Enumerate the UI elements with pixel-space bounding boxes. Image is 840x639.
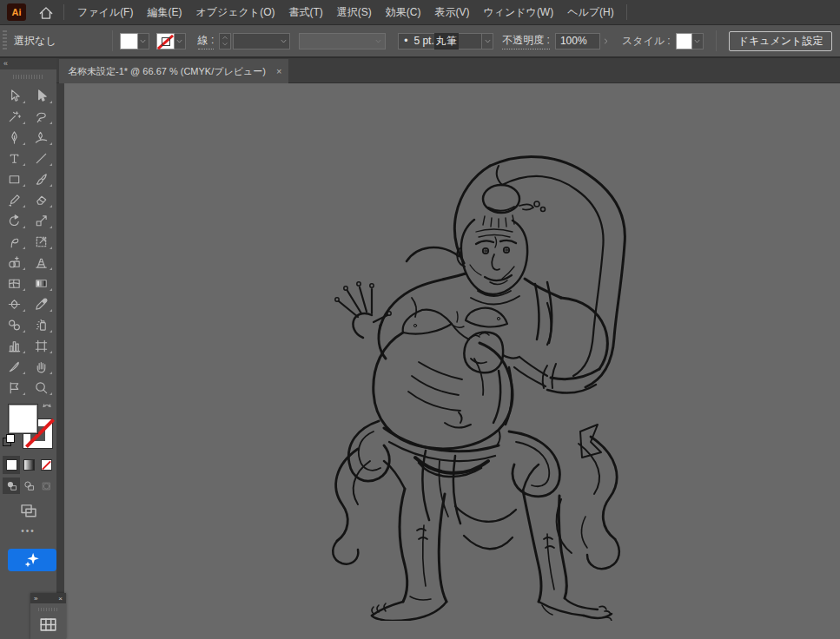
perspective-grid-tool[interactable]	[28, 252, 55, 273]
toolbar-collapse-button[interactable]: «	[0, 58, 56, 69]
panel-expand-icon[interactable]: »	[34, 595, 37, 603]
style-dropdown[interactable]	[692, 33, 704, 49]
app-logo-icon[interactable]: Ai	[7, 3, 26, 21]
divider	[63, 4, 64, 20]
stroke-panel-link[interactable]: 線 :	[198, 33, 215, 49]
menu-file[interactable]: ファイル(F)	[70, 0, 140, 25]
shaper-tool[interactable]	[1, 189, 28, 210]
paintbrush-tool[interactable]	[28, 168, 55, 189]
tab-close-icon[interactable]: ×	[276, 67, 281, 76]
hand-tool[interactable]	[28, 356, 55, 377]
scale-tool[interactable]	[28, 210, 55, 231]
fill-indicator[interactable]	[8, 404, 38, 434]
swap-fill-stroke-icon[interactable]	[41, 401, 53, 412]
edit-toolbar-ellipsis[interactable]: •••	[0, 526, 56, 536]
direct-selection-tool[interactable]	[28, 85, 55, 106]
selection-status: 選択なし	[14, 34, 56, 49]
gradient-tool[interactable]	[28, 273, 55, 293]
magic-wand-tool[interactable]	[1, 106, 28, 127]
eyedropper-tool[interactable]	[28, 293, 55, 314]
slice-tool[interactable]	[1, 377, 28, 398]
menu-type[interactable]: 書式(T)	[281, 0, 329, 25]
shape-builder-tool[interactable]	[1, 252, 28, 273]
artboard-tool[interactable]	[28, 335, 55, 356]
warp-tool[interactable]	[1, 231, 28, 252]
symbol-sprayer-tool[interactable]	[28, 314, 55, 335]
control-bar: 選択なし 線 : • 5 pt. 丸筆 不透明度 : 100% スタイル :	[0, 25, 840, 58]
column-graph-tool[interactable]	[1, 335, 28, 356]
blend-tool[interactable]	[1, 314, 28, 335]
divider	[112, 30, 113, 51]
toolbar: « •••	[0, 58, 56, 639]
gradient-button[interactable]	[20, 456, 37, 474]
color-button[interactable]	[3, 456, 20, 474]
menu-effect[interactable]: 効果(C)	[379, 0, 428, 25]
panel-grip[interactable]	[3, 30, 7, 51]
zoom-tool[interactable]	[28, 377, 55, 398]
brush-value-selected: 丸筆	[434, 33, 459, 49]
stroke-width-combo[interactable]	[233, 33, 290, 49]
type-tool[interactable]	[1, 148, 28, 168]
stroke-color-swatch[interactable]	[156, 33, 175, 49]
draw-normal-icon[interactable]	[3, 478, 20, 494]
menu-select[interactable]: 選択(S)	[330, 0, 379, 25]
toolbar-grip[interactable]	[13, 75, 44, 79]
menu-help[interactable]: ヘルプ(H)	[560, 0, 621, 25]
panel-close-icon[interactable]: ×	[58, 595, 63, 603]
opacity-panel-link[interactable]: 不透明度 :	[502, 33, 550, 49]
rectangle-tool[interactable]	[1, 168, 28, 189]
lasso-tool[interactable]	[28, 106, 55, 127]
pen-tool[interactable]	[1, 127, 28, 148]
free-transform-tool[interactable]	[28, 231, 55, 252]
home-icon[interactable]	[37, 4, 55, 20]
brush-value: 5 pt.	[413, 35, 433, 47]
fill-color-swatch[interactable]	[120, 33, 138, 49]
color-type-group	[3, 456, 55, 474]
selection-tool[interactable]	[1, 85, 28, 106]
draw-behind-icon[interactable]	[20, 478, 37, 494]
screen-mode-icon[interactable]	[19, 501, 38, 517]
panel-grip[interactable]	[38, 608, 58, 611]
fill-stroke-indicator	[0, 401, 56, 451]
opacity-input[interactable]: 100%	[555, 33, 600, 49]
default-fill-stroke-icon[interactable]	[3, 434, 16, 447]
artboard-grid-icon[interactable]	[38, 615, 58, 630]
knife-tool[interactable]	[1, 356, 28, 377]
illustrator-window: Ai ファイル(F) 編集(E) オブジェクト(O) 書式(T) 選択(S) 効…	[0, 0, 840, 639]
generate-ai-button[interactable]	[8, 549, 56, 571]
collapsed-panel[interactable]: » ×	[30, 593, 66, 639]
menu-object[interactable]: オブジェクト(O)	[189, 0, 281, 25]
collapsed-panel-header: » ×	[30, 593, 66, 603]
menu-edit[interactable]: 編集(E)	[140, 0, 189, 25]
brush-dropdown[interactable]	[482, 33, 493, 49]
style-swatch[interactable]	[676, 33, 692, 49]
mesh-tool[interactable]	[1, 273, 28, 293]
fill-color-dropdown[interactable]	[138, 33, 149, 49]
width-profile-combo-disabled	[299, 33, 386, 49]
stroke-color-dropdown[interactable]	[175, 33, 186, 49]
curvature-tool[interactable]	[28, 127, 55, 148]
canvas-artwork	[328, 152, 667, 621]
document-setup-button[interactable]: ドキュメント設定	[729, 31, 833, 51]
document-tab[interactable]: 名称未設定-1* @ 66.67 % (CMYK/プレビュー) ×	[59, 59, 288, 83]
draw-inside-icon	[37, 478, 55, 494]
width-tool[interactable]	[1, 293, 28, 314]
tab-bar: 名称未設定-1* @ 66.67 % (CMYK/プレビュー) ×	[56, 58, 840, 83]
eraser-tool[interactable]	[28, 189, 55, 210]
menu-bar: Ai ファイル(F) 編集(E) オブジェクト(O) 書式(T) 選択(S) 効…	[0, 0, 840, 25]
none-button[interactable]	[37, 456, 55, 474]
style-label: スタイル :	[622, 34, 671, 49]
line-segment-tool[interactable]	[28, 148, 55, 168]
drawing-mode-group	[3, 478, 55, 494]
menu-view[interactable]: 表示(V)	[427, 0, 476, 25]
opacity-expand-button[interactable]	[600, 33, 612, 49]
rotate-tool[interactable]	[1, 210, 28, 231]
canvas-area[interactable]	[64, 83, 840, 639]
menu-window[interactable]: ウィンドウ(W)	[476, 0, 560, 25]
divider	[716, 30, 717, 51]
brush-bullet: •	[404, 35, 407, 47]
stroke-width-stepper[interactable]	[219, 33, 231, 49]
brush-definition-combo[interactable]: • 5 pt. 丸筆	[398, 33, 482, 49]
tools-grid	[1, 85, 55, 398]
divider	[626, 4, 627, 20]
